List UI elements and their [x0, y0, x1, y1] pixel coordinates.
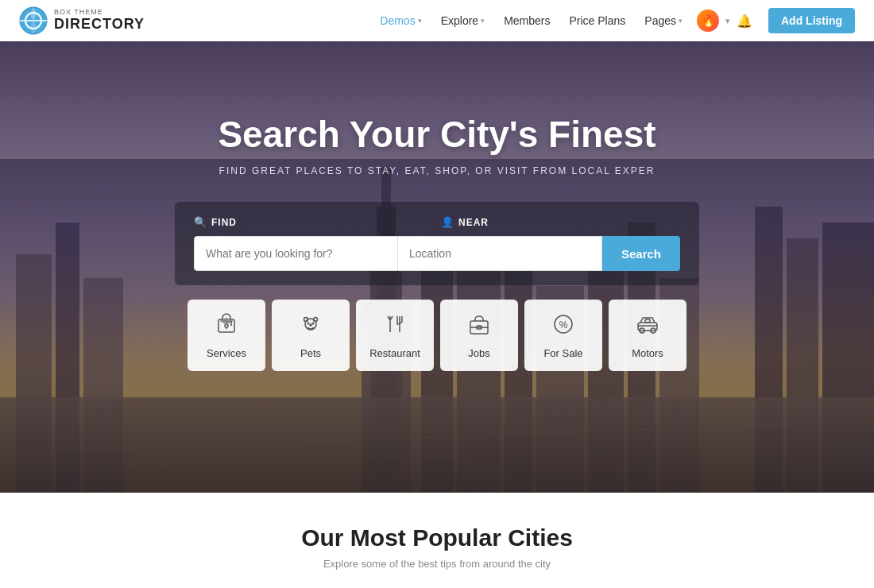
- forsale-label: For Sale: [543, 347, 582, 359]
- nav-icons: 🔥 ▾ 🔔: [697, 10, 752, 32]
- nav-item-members[interactable]: Members: [496, 10, 558, 32]
- logo[interactable]: BOX THEME DIRECTORY: [19, 6, 145, 35]
- avatar[interactable]: 🔥: [697, 10, 719, 32]
- restaurant-icon: [382, 311, 408, 341]
- find-label: 🔍 FIND: [194, 216, 433, 228]
- notification-bell-icon[interactable]: 🔔: [737, 14, 752, 29]
- category-card-forsale[interactable]: % For Sale: [524, 300, 602, 371]
- restaurant-label: Restaurant: [369, 347, 420, 359]
- svg-point-31: [310, 324, 311, 326]
- logo-text: BOX THEME DIRECTORY: [54, 9, 145, 33]
- pets-icon: [298, 311, 323, 341]
- category-card-motors[interactable]: Motors: [609, 300, 686, 371]
- category-card-jobs[interactable]: Jobs: [440, 300, 518, 371]
- chevron-down-icon: ▾: [679, 17, 683, 25]
- cities-title: Our Most Popular Cities: [16, 524, 858, 551]
- nav-item-pages[interactable]: Pages ▾: [636, 10, 690, 32]
- nav-item-demos[interactable]: Demos ▾: [372, 10, 429, 32]
- services-icon: [214, 311, 239, 341]
- jobs-label: Jobs: [468, 347, 489, 359]
- find-input-wrap: [194, 236, 398, 271]
- nav-links: Demos ▾ Explore ▾ Members Price Plans Pa…: [372, 10, 690, 32]
- svg-point-30: [314, 318, 318, 322]
- svg-point-33: [312, 323, 314, 324]
- svg-point-32: [307, 323, 309, 324]
- search-button[interactable]: Search: [602, 236, 680, 271]
- motors-icon: [635, 311, 660, 341]
- category-card-restaurant[interactable]: Restaurant: [356, 300, 434, 371]
- search-inputs: Search: [194, 236, 680, 271]
- category-card-services[interactable]: Services: [188, 300, 265, 371]
- chevron-down-icon: ▾: [418, 17, 422, 25]
- chevron-down-icon: ▾: [481, 17, 485, 25]
- motors-label: Motors: [632, 347, 663, 359]
- hero-section: Search Your City's Finest FIND GREAT PLA…: [0, 41, 874, 493]
- logo-icon: [19, 6, 48, 35]
- logo-bottom-text: DIRECTORY: [54, 17, 145, 33]
- svg-text:%: %: [559, 319, 568, 331]
- category-row: Services Pets: [188, 300, 686, 371]
- near-label: 👤 NEAR: [433, 216, 680, 228]
- location-input-wrap: [398, 236, 602, 271]
- svg-rect-41: [638, 323, 657, 331]
- hero-content: Search Your City's Finest FIND GREAT PLA…: [0, 41, 874, 371]
- jobs-icon: [466, 311, 492, 341]
- search-container: 🔍 FIND 👤 NEAR Search: [175, 202, 699, 285]
- hero-subtitle: FIND GREAT PLACES TO STAY, EAT, SHOP, OR…: [219, 165, 656, 176]
- hero-title: Search Your City's Finest: [218, 113, 656, 156]
- search-icon: 🔍: [194, 216, 207, 228]
- svg-point-25: [225, 324, 228, 327]
- svg-rect-45: [645, 319, 650, 323]
- location-icon: 👤: [441, 216, 454, 228]
- pets-label: Pets: [300, 347, 321, 359]
- services-label: Services: [207, 347, 246, 359]
- navbar: BOX THEME DIRECTORY Demos ▾ Explore ▾ Me…: [0, 0, 874, 41]
- search-labels: 🔍 FIND 👤 NEAR: [194, 216, 680, 228]
- cities-subtitle: Explore some of the best tips from aroun…: [16, 558, 858, 570]
- nav-item-price-plans[interactable]: Price Plans: [561, 10, 633, 32]
- svg-point-29: [304, 318, 308, 322]
- avatar-caret[interactable]: ▾: [725, 16, 730, 26]
- forsale-icon: %: [551, 311, 576, 341]
- find-input[interactable]: [194, 236, 398, 271]
- category-card-pets[interactable]: Pets: [272, 300, 350, 371]
- nav-item-explore[interactable]: Explore ▾: [433, 10, 493, 32]
- cities-section: Our Most Popular Cities Explore some of …: [0, 493, 874, 586]
- location-input[interactable]: [398, 236, 602, 271]
- add-listing-button[interactable]: Add Listing: [768, 8, 855, 33]
